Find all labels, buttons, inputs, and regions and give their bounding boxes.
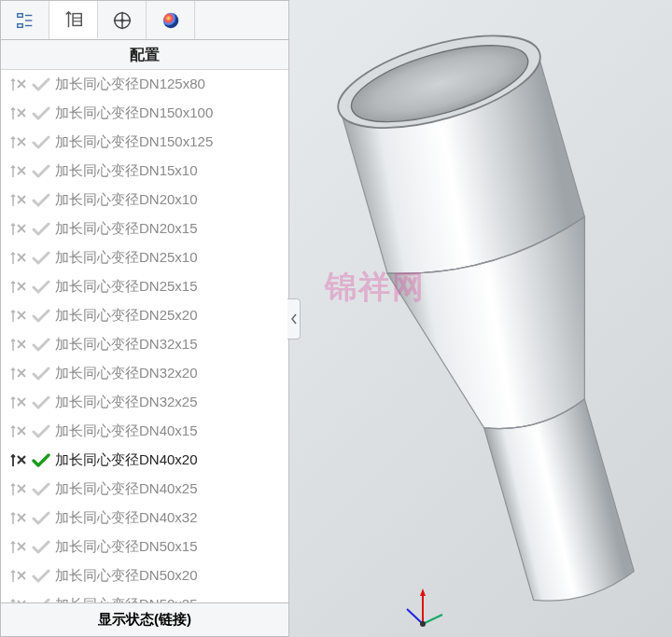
config-icon (10, 511, 27, 526)
viewport-3d[interactable]: 锦祥网 (289, 0, 672, 637)
svg-point-12 (162, 12, 178, 28)
config-list: 加长同心变径DN125x80 加长同心变径DN150x100 加长同心变径DN1… (1, 70, 288, 602)
config-icon (10, 280, 27, 295)
svg-rect-0 (17, 13, 22, 17)
config-icon (10, 569, 27, 584)
config-item[interactable]: 加长同心变径DN40x32 (1, 504, 288, 533)
config-label: 加长同心变径DN25x20 (55, 307, 283, 325)
config-label: 加长同心变径DN15x10 (55, 162, 283, 180)
tab-feature-tree[interactable] (1, 1, 49, 39)
svg-line-18 (407, 609, 423, 624)
check-icon (31, 568, 51, 585)
tab-row (1, 1, 288, 40)
check-icon (31, 510, 51, 527)
config-icon (10, 251, 27, 266)
check-icon (31, 105, 51, 122)
config-icon (10, 482, 27, 497)
config-item[interactable]: 加长同心变径DN32x15 (1, 330, 288, 359)
check-icon (31, 597, 51, 603)
config-icon (10, 193, 27, 208)
check-icon (31, 134, 51, 151)
config-icon (10, 164, 27, 179)
svg-point-11 (120, 19, 124, 22)
config-item[interactable]: 加长同心变径DN40x15 (1, 417, 288, 446)
tab-dimxpert[interactable] (98, 1, 147, 39)
config-icon (10, 540, 27, 555)
check-icon (31, 452, 51, 469)
svg-line-17 (423, 615, 442, 624)
config-label: 加长同心变径DN40x15 (55, 422, 283, 440)
config-item[interactable]: 加长同心变径DN125x80 (1, 70, 288, 99)
config-item[interactable]: 加长同心变径DN25x20 (1, 301, 288, 330)
config-label: 加长同心变径DN25x15 (55, 278, 283, 296)
config-item[interactable]: 加长同心变径DN150x100 (1, 99, 288, 128)
svg-point-14 (343, 30, 536, 138)
config-label: 加长同心变径DN50x20 (55, 567, 283, 585)
tab-appearance[interactable] (147, 1, 195, 39)
check-icon (31, 250, 51, 267)
config-item[interactable]: 加长同心变径DN20x15 (1, 215, 288, 243)
config-item[interactable]: 加长同心变径DN15x10 (1, 157, 288, 186)
view-triad[interactable] (401, 587, 444, 630)
svg-rect-5 (73, 13, 81, 25)
check-icon (31, 308, 51, 325)
check-icon (31, 192, 51, 209)
config-icon (10, 395, 27, 410)
config-item[interactable]: 加长同心变径DN32x20 (1, 359, 288, 388)
svg-point-19 (420, 621, 426, 627)
config-label: 加长同心变径DN32x15 (55, 336, 283, 353)
config-item[interactable]: 加长同心变径DN32x25 (1, 388, 288, 417)
check-icon (31, 395, 51, 411)
watermark: 锦祥网 (325, 266, 426, 309)
config-icon (10, 222, 27, 237)
config-label: 加长同心变径DN50x25 (55, 596, 283, 602)
config-item[interactable]: 加长同心变径DN25x15 (1, 272, 288, 301)
config-label: 加长同心变径DN150x125 (55, 133, 283, 151)
config-item[interactable]: 加长同心变径DN40x25 (1, 475, 288, 504)
config-icon (10, 338, 27, 353)
config-item[interactable]: 加长同心变径DN40x20 (1, 446, 288, 475)
config-item[interactable]: 加长同心变径DN50x15 (1, 533, 288, 561)
check-icon (31, 423, 51, 440)
display-state-footer[interactable]: 显示状态(链接) (1, 602, 288, 636)
svg-point-13 (329, 17, 550, 146)
config-icon (10, 106, 27, 121)
svg-rect-1 (17, 23, 22, 27)
config-label: 加长同心变径DN32x25 (55, 394, 283, 411)
config-label: 加长同心变径DN125x80 (55, 76, 283, 93)
config-icon (10, 77, 27, 92)
config-icon (10, 135, 27, 150)
check-icon (31, 337, 51, 353)
config-icon (10, 367, 27, 381)
model-reducer-pipe (261, 0, 672, 637)
config-label: 加长同心变径DN40x25 (55, 480, 283, 498)
check-icon (31, 279, 51, 296)
check-icon (31, 76, 51, 93)
config-icon (10, 453, 27, 468)
check-icon (31, 163, 51, 180)
config-label: 加长同心变径DN150x100 (55, 104, 283, 122)
config-item[interactable]: 加长同心变径DN20x10 (1, 186, 288, 215)
check-icon (31, 539, 51, 556)
config-item[interactable]: 加长同心变径DN25x10 (1, 243, 288, 272)
config-icon (10, 598, 27, 603)
config-item[interactable]: 加长同心变径DN50x25 (1, 590, 288, 602)
config-label: 加长同心变径DN40x32 (55, 509, 283, 527)
tab-config-manager[interactable] (49, 1, 98, 39)
check-icon (31, 366, 51, 382)
collapse-handle[interactable] (287, 298, 301, 339)
config-sidebar: 配置 加长同心变径DN125x80 加长同心变径DN150x100 加长同心变径… (0, 0, 289, 637)
config-label: 加长同心变径DN50x15 (55, 538, 283, 556)
config-scroll[interactable]: 加长同心变径DN125x80 加长同心变径DN150x100 加长同心变径DN1… (1, 70, 288, 602)
config-item[interactable]: 加长同心变径DN150x125 (1, 128, 288, 157)
config-label: 加长同心变径DN25x10 (55, 249, 283, 267)
config-item[interactable]: 加长同心变径DN50x20 (1, 561, 288, 590)
svg-marker-16 (420, 589, 426, 596)
config-label: 加长同心变径DN20x15 (55, 220, 283, 238)
check-icon (31, 481, 51, 498)
check-icon (31, 221, 51, 238)
config-label: 加长同心变径DN20x10 (55, 191, 283, 209)
config-label: 加长同心变径DN32x20 (55, 365, 283, 382)
config-icon (10, 424, 27, 439)
panel-title: 配置 (1, 40, 288, 70)
